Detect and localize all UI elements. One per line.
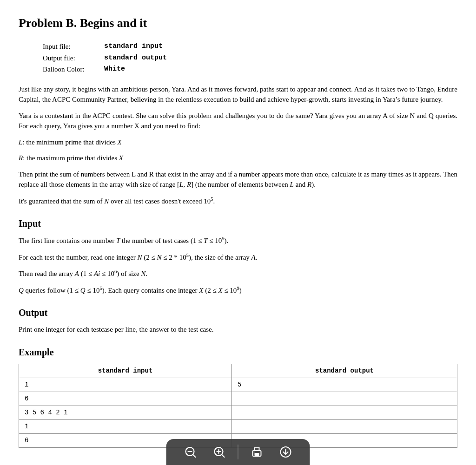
input-heading: Input [19,216,457,230]
input-para-4: Q queries follow (1 ≤ Q ≤ 105). Each que… [19,285,457,296]
example-col2-header: standard output [232,364,457,378]
download-button[interactable] [276,444,296,460]
example-output-1: 5 [232,378,457,392]
svg-line-2 [193,455,196,457]
then-para-2: It's guaranteed that the sum of N over a… [19,196,457,207]
svg-point-9 [254,452,255,452]
example-row-1: 1 5 [19,378,457,392]
output-heading: Output [19,306,457,320]
output-label: Output file: [43,53,103,64]
example-output-2 [232,392,457,406]
input-para-2: For each test the number, read one integ… [19,252,457,263]
input-para-3: Then read the array A (1 ≤ Ai ≤ 106) of … [19,268,457,279]
body-para-2: Yara is a contestant in the ACPC contest… [19,111,457,131]
zoom-out-icon [184,445,197,458]
output-value: standard output [104,53,167,64]
then-para-1: Then print the sum of numbers between L … [19,169,457,190]
input-para-1: The first line contains one number T the… [19,235,457,246]
svg-rect-8 [255,453,259,456]
page-title: Problem B. Begins and it [19,14,457,32]
toolbar [166,439,310,462]
example-input-2: 6 [19,392,232,406]
example-output-4 [232,419,457,433]
example-input-3: 3 5 6 4 2 1 [19,406,232,419]
print-icon [251,445,264,458]
print-button[interactable] [247,444,267,460]
example-output-3 [232,406,457,419]
output-para: Print one integer for each testcase per … [19,324,457,335]
zoom-out-button[interactable] [180,444,201,460]
example-col1-header: standard input [19,364,232,378]
example-table: standard input standard output 1 5 6 3 5… [19,364,457,448]
download-icon [279,445,292,458]
balloon-label: Balloon Color: [43,64,103,75]
input-label: Input file: [43,41,103,52]
example-row-3: 3 5 6 4 2 1 [19,406,457,419]
toolbar-separator [238,445,238,459]
input-value: standard input [104,41,167,52]
find-item-L: L: the minimum prime that divides X [19,137,457,148]
body-para-1: Just like any story, it begins with an a… [19,84,457,105]
find-item-R: R: the maximum prime that divides X [19,153,457,164]
balloon-value: White [104,64,167,75]
example-input-1: 1 [19,378,232,392]
example-row-4: 1 [19,419,457,433]
example-row-2: 6 [19,392,457,406]
meta-table: Input file: standard input Output file: … [42,40,168,76]
example-input-4: 1 [19,419,232,433]
svg-line-6 [222,455,225,457]
zoom-in-button[interactable] [209,444,230,460]
example-heading: Example [19,345,457,359]
zoom-in-icon [213,445,226,458]
